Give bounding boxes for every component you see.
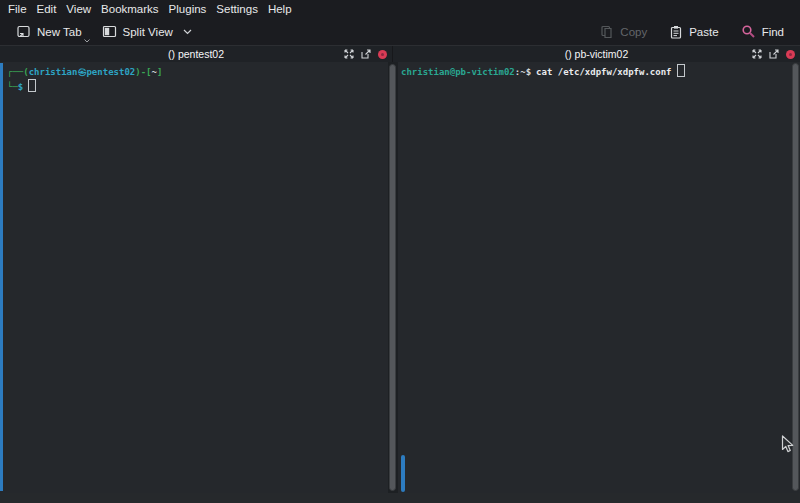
terminal-split-area: ┌──(christian㉿pentest02)-[~] └─$ christi… [0, 62, 800, 493]
terminal-pane-pentest02[interactable]: ┌──(christian㉿pentest02)-[~] └─$ [0, 62, 388, 493]
close-view-button[interactable] [786, 50, 795, 59]
find-icon [741, 24, 756, 39]
copy-label: Copy [620, 26, 647, 38]
menu-bar: File Edit View Bookmarks Plugins Setting… [0, 0, 800, 18]
menu-view[interactable]: View [66, 3, 100, 15]
terminal-cursor [28, 79, 36, 92]
paste-label: Paste [689, 26, 718, 38]
terminal-cursor [677, 64, 685, 77]
terminal-pane-pb-victim02[interactable]: christian@pb-victim02:~$cat /etc/xdpfw/x… [398, 62, 800, 493]
find-button[interactable]: Find [735, 21, 790, 42]
detach-view-icon[interactable] [769, 49, 779, 59]
copy-button[interactable]: Copy [594, 22, 653, 42]
konsole-window: File Edit View Bookmarks Plugins Setting… [0, 0, 800, 503]
prompt-frame: ┌──( [7, 67, 29, 77]
main-toolbar: New Tab Split View [0, 18, 800, 45]
right-view-header[interactable]: () pb-victim02 [393, 46, 800, 62]
left-pane-scrollbar[interactable] [0, 63, 3, 491]
kali-prompt-line-1: ┌──(christian㉿pentest02)-[~] [7, 66, 384, 79]
mouse-cursor-icon [781, 435, 795, 454]
split-header-bar: () pentest02 [0, 45, 800, 62]
menu-edit[interactable]: Edit [37, 3, 66, 15]
expand-view-icon[interactable] [344, 49, 354, 59]
close-dot-inner [381, 53, 384, 56]
menu-settings[interactable]: Settings [216, 3, 267, 15]
prompt-symbol: $ [18, 82, 23, 92]
new-tab-submenu-chevron-icon [84, 39, 90, 43]
menu-file[interactable]: File [8, 3, 36, 15]
left-view-header[interactable]: () pentest02 [0, 46, 393, 62]
menu-plugins[interactable]: Plugins [169, 3, 216, 15]
expand-view-icon[interactable] [752, 49, 762, 59]
detach-view-icon[interactable] [361, 49, 371, 59]
prompt-frame: ] [157, 67, 162, 77]
find-label: Find [762, 26, 784, 38]
close-dot-inner [789, 53, 792, 56]
left-header-icons [344, 46, 387, 62]
new-tab-label: New Tab [37, 26, 82, 38]
close-view-button[interactable] [378, 50, 387, 59]
right-pane-scroll-thumb[interactable] [401, 455, 405, 492]
split-view-button[interactable]: Split View [96, 21, 198, 42]
new-tab-icon [16, 24, 31, 39]
chevron-down-icon [183, 29, 192, 35]
copy-icon [600, 25, 614, 39]
split-view-icon [102, 24, 117, 39]
split-view-label: Split View [123, 26, 173, 38]
menu-bookmarks[interactable]: Bookmarks [101, 3, 168, 15]
new-tab-button[interactable]: New Tab [10, 21, 88, 42]
left-view-title: () pentest02 [168, 48, 224, 60]
prompt-frame: └─ [7, 82, 18, 92]
right-view-title: () pb-victim02 [565, 48, 629, 60]
prompt-suffix: :~$ [515, 67, 531, 77]
right-header-icons [752, 46, 795, 62]
menu-help[interactable]: Help [268, 3, 301, 15]
bash-prompt-line: christian@pb-victim02:~$cat /etc/xdpfw/x… [401, 64, 790, 79]
right-pane-scrollbar[interactable] [792, 63, 799, 491]
split-drag-handle[interactable] [389, 64, 396, 491]
toolbar-right-group: Copy Paste [594, 21, 790, 42]
paste-button[interactable]: Paste [663, 22, 724, 42]
typed-command: cat /etc/xdpfw/xdpfw.conf [536, 67, 671, 77]
kali-prompt-line-2: └─$ [7, 79, 384, 94]
paste-icon [669, 25, 683, 39]
prompt-frame: )-[ [135, 67, 151, 77]
prompt-user-host: christian@pb-victim02 [401, 67, 515, 77]
prompt-user-host: christian㉿pentest02 [29, 67, 136, 77]
